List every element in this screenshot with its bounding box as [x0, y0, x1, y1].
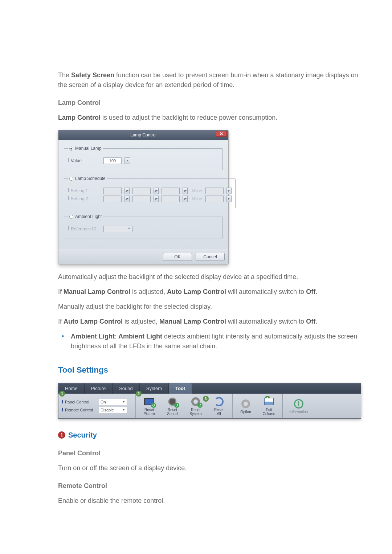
ok-button[interactable]: OK: [163, 253, 192, 261]
tab-home[interactable]: Home 1: [58, 383, 85, 394]
section-number-icon: 1: [58, 431, 65, 439]
table-icon: [263, 396, 275, 407]
lamp-schedule-group: Lamp Schedule Setting 1 ▴▾ ▴▾ ▴▾ Value ▸…: [64, 175, 236, 208]
security-group: Panel Control On▼ Remote Control Disable…: [58, 394, 136, 418]
close-icon[interactable]: ✕: [216, 131, 227, 137]
info-icon: i: [293, 398, 305, 409]
reset-all-icon: [213, 396, 225, 407]
dialog-title: Lamp Control: [130, 132, 156, 138]
spin-icon: ▴▾: [183, 188, 188, 194]
auto-lamp-note: If Auto Lamp Control is adjusted, Manual…: [58, 317, 363, 327]
information-button[interactable]: i Information: [285, 395, 312, 417]
manual-lamp-group: Manual Lamp Value 100 ▸: [64, 145, 223, 170]
value-slider-button[interactable]: ▸: [124, 157, 130, 164]
panel-control-desc: Turn on or off the screen of a display d…: [58, 463, 363, 473]
chevron-down-icon: ▼: [122, 400, 125, 404]
dialog-header: Lamp Control ✕: [58, 130, 228, 140]
setting1-label: Setting 1: [68, 188, 101, 194]
reset-all-button[interactable]: ResetAll: [208, 395, 230, 417]
tool-settings-heading: Tool Settings: [58, 364, 363, 376]
panel-control-heading: Panel Control: [58, 448, 363, 458]
spin-icon: ▴▾: [124, 196, 130, 202]
spin-icon: ▴▾: [124, 188, 130, 194]
reference-id-label: Reference ID: [68, 226, 101, 232]
remote-control-select[interactable]: Disable▼: [99, 407, 127, 413]
tab-sound[interactable]: Sound 2: [113, 383, 140, 394]
marker-3: 3: [203, 396, 209, 402]
reference-id-dropdown: ▼: [103, 226, 132, 232]
lamp-schedule-radio[interactable]: [69, 177, 73, 181]
setting2-hour-input: [103, 196, 122, 202]
picture-icon: ↺: [143, 396, 155, 407]
ambient-light-bullet: Ambient Light: Ambient Light detects amb…: [69, 332, 363, 351]
remote-control-desc: Enable or disable the remote control.: [58, 496, 363, 506]
remote-control-heading: Remote Control: [58, 481, 363, 491]
setting2-ampm-input: [162, 196, 180, 202]
security-section-heading: 1 Security: [58, 430, 363, 440]
panel-control-select[interactable]: On▼: [99, 399, 127, 405]
setting2-min-input: [132, 196, 151, 202]
manual-adjust-text: Manually adjust the backlight for the se…: [58, 302, 363, 312]
safety-screen-paragraph: The Safety Screen function can be used t…: [58, 70, 363, 90]
ambient-light-radio[interactable]: [69, 215, 73, 219]
remote-control-label: Remote Control: [62, 407, 97, 413]
reset-picture-button[interactable]: ↺ ResetPicture: [138, 395, 160, 417]
chevron-down-icon: ▼: [127, 226, 131, 231]
cancel-button[interactable]: Cancel: [196, 253, 225, 261]
gear-icon: [240, 398, 252, 409]
lamp-control-heading: Lamp Control: [58, 98, 363, 108]
sound-icon: ↺: [166, 396, 179, 407]
spin-icon: ▸: [226, 196, 232, 202]
setting1-value-input: [205, 188, 224, 194]
option-button[interactable]: Option: [235, 395, 257, 417]
spin-icon: ▴▾: [183, 196, 188, 202]
setting1-min-input: [132, 188, 151, 194]
panel-control-label: Panel Control: [62, 399, 97, 405]
manual-lamp-radio[interactable]: [69, 147, 73, 151]
lamp-control-desc: Lamp Control is used to adjust the backl…: [58, 113, 363, 123]
setting2-label: Setting 2: [68, 196, 101, 202]
setting1-ampm-input: [162, 188, 180, 194]
manual-lamp-value-input[interactable]: 100: [103, 157, 122, 164]
setting2-value-input: [205, 196, 224, 202]
tab-tool[interactable]: Tool: [169, 383, 192, 394]
spin-icon: ▸: [226, 188, 232, 194]
tab-picture[interactable]: Picture: [85, 383, 113, 394]
tool-ribbon: Home 1 Picture Sound 2 System Tool 3 4 P…: [58, 383, 361, 419]
setting1-hour-input: [103, 188, 122, 194]
spin-icon: ▴▾: [154, 196, 159, 202]
auto-adjust-text: Automatically adjust the backlight of th…: [58, 272, 363, 282]
ambient-light-group: Ambient Light Reference ID ▼: [64, 213, 223, 238]
value-label: Value: [68, 157, 101, 164]
reset-sound-button[interactable]: ↺ ResetSound: [162, 395, 183, 417]
marker-1: 1: [59, 391, 65, 397]
tab-system[interactable]: System: [140, 383, 169, 394]
system-icon: ↺: [189, 396, 202, 407]
spin-icon: ▴▾: [154, 188, 159, 194]
edit-column-button[interactable]: EditColumn: [258, 395, 280, 417]
lamp-control-dialog: Lamp Control ✕ Manual Lamp Value 100 ▸ L…: [58, 130, 229, 265]
manual-lamp-note: If Manual Lamp Control is adjusted, Auto…: [58, 287, 363, 297]
chevron-down-icon: ▼: [122, 408, 125, 412]
